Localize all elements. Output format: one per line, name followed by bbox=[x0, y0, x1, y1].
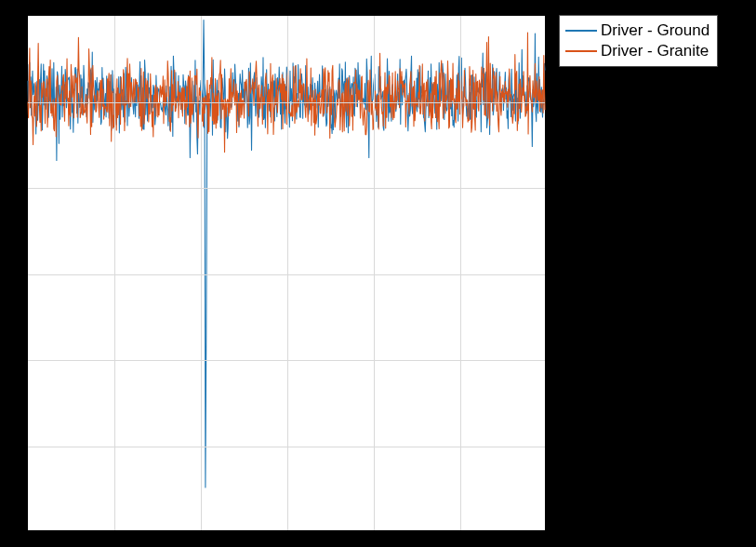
plot-area bbox=[27, 15, 546, 531]
legend-label-ground: Driver - Ground bbox=[601, 21, 710, 40]
legend: Driver - Ground Driver - Granite bbox=[559, 15, 718, 67]
legend-item-granite: Driver - Granite bbox=[565, 41, 710, 61]
chart-container: Driver - Ground Driver - Granite bbox=[0, 0, 756, 547]
series-granite bbox=[28, 33, 545, 152]
chart-series bbox=[28, 16, 545, 530]
legend-item-ground: Driver - Ground bbox=[565, 20, 710, 41]
series-ground bbox=[28, 20, 545, 487]
legend-label-granite: Driver - Granite bbox=[601, 42, 709, 60]
legend-swatch-granite bbox=[565, 50, 597, 52]
legend-swatch-ground bbox=[565, 30, 597, 32]
